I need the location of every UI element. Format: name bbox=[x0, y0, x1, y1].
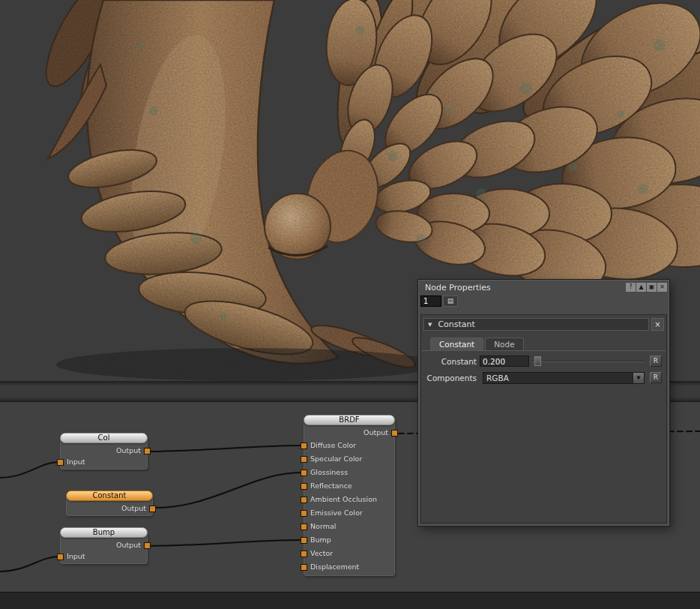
index-input[interactable] bbox=[420, 296, 441, 307]
input-label: Input bbox=[67, 458, 85, 466]
input-port[interactable] bbox=[57, 554, 64, 560]
node-constant-output-row: Output bbox=[67, 502, 152, 514]
constant-value-input[interactable] bbox=[480, 356, 529, 367]
dropdown-arrow-icon[interactable]: ▼ bbox=[633, 373, 644, 383]
panel-title: Node Properties bbox=[425, 283, 625, 292]
node-bump-header[interactable]: Bump bbox=[60, 527, 148, 538]
collapse-up-icon[interactable]: ▲ bbox=[636, 283, 646, 292]
constant-field-row: Constant R bbox=[421, 355, 666, 368]
input-label: Emissive Color bbox=[310, 508, 363, 517]
output-label: Output bbox=[121, 504, 146, 512]
node-brdf-body: Output Diffuse Color Specular Color Glos… bbox=[304, 420, 395, 576]
application-window: Col Output Input Constant Output Bump O bbox=[0, 0, 700, 609]
slider-handle[interactable] bbox=[534, 356, 541, 366]
input-port[interactable] bbox=[57, 459, 64, 466]
brdf-input-row: Reflectance bbox=[304, 479, 394, 493]
output-port[interactable] bbox=[391, 430, 398, 436]
output-port[interactable] bbox=[144, 448, 151, 454]
brdf-input-row: Emissive Color bbox=[304, 506, 394, 520]
output-label: Output bbox=[116, 446, 141, 454]
input-label: Displacement bbox=[310, 562, 359, 571]
node-col-header[interactable]: Col bbox=[60, 433, 148, 443]
components-label: Components bbox=[421, 374, 480, 382]
input-port[interactable] bbox=[301, 564, 307, 571]
output-port[interactable] bbox=[144, 542, 151, 549]
brdf-input-row: Specular Color bbox=[304, 452, 394, 466]
maximize-icon[interactable]: ▣ bbox=[647, 283, 657, 292]
node-constant[interactable]: Constant Output bbox=[66, 490, 153, 516]
brdf-input-row: Bump bbox=[304, 533, 394, 547]
section-titlebar[interactable]: ▼ Constant bbox=[423, 318, 649, 331]
node-col[interactable]: Col Output Input bbox=[60, 433, 148, 470]
input-label: Glossiness bbox=[310, 468, 348, 476]
node-col-output-row: Output bbox=[61, 445, 147, 456]
input-label: Bump bbox=[310, 536, 331, 544]
input-label: Normal bbox=[310, 522, 336, 530]
output-port[interactable] bbox=[149, 506, 156, 512]
brdf-input-row: Displacement bbox=[304, 560, 394, 574]
input-label: Specular Color bbox=[310, 454, 362, 463]
tab-constant[interactable]: Constant bbox=[430, 338, 483, 350]
tab-node[interactable]: Node bbox=[485, 338, 523, 350]
status-bar bbox=[0, 592, 700, 609]
input-port[interactable] bbox=[301, 470, 307, 476]
constant-label: Constant bbox=[421, 357, 480, 366]
panel-index-row: ▤ bbox=[419, 293, 669, 307]
brdf-input-row: Normal bbox=[304, 520, 394, 533]
reset-button[interactable]: R bbox=[650, 356, 662, 367]
input-port[interactable] bbox=[301, 510, 307, 517]
help-icon[interactable]: ? bbox=[626, 283, 636, 292]
node-bump-output-row: Output bbox=[61, 539, 147, 550]
index-options-button[interactable]: ▤ bbox=[443, 296, 458, 307]
brdf-input-row: Vector bbox=[304, 547, 394, 560]
node-brdf[interactable]: BRDF Output Diffuse Color Specular Color… bbox=[304, 415, 395, 576]
panel-content: ▼ Constant × Constant Node Constant R Co… bbox=[420, 314, 667, 524]
node-constant-header[interactable]: Constant bbox=[66, 490, 153, 501]
node-col-input-row: Input bbox=[61, 456, 147, 467]
input-port[interactable] bbox=[301, 456, 307, 463]
section-header: ▼ Constant × bbox=[423, 318, 664, 331]
input-port[interactable] bbox=[301, 496, 307, 503]
input-port[interactable] bbox=[301, 442, 307, 449]
close-icon[interactable]: ✕ bbox=[657, 283, 667, 292]
input-label: Input bbox=[67, 552, 85, 560]
chevron-down-icon[interactable]: ▼ bbox=[428, 322, 432, 328]
input-port[interactable] bbox=[301, 524, 307, 530]
input-port[interactable] bbox=[301, 537, 307, 544]
tab-bar: Constant Node bbox=[421, 338, 666, 351]
input-port[interactable] bbox=[301, 483, 307, 490]
input-label: Vector bbox=[310, 549, 333, 557]
node-bump-input-row: Input bbox=[61, 550, 147, 562]
output-label: Output bbox=[363, 428, 388, 436]
output-label: Output bbox=[116, 541, 141, 549]
reset-button[interactable]: R bbox=[650, 372, 662, 383]
input-label: Ambient Occlusion bbox=[310, 495, 377, 503]
components-field-row: Components RGBA ▼ R bbox=[421, 371, 666, 384]
node-properties-panel: Node Properties ? ▲ ▣ ✕ ▤ ▼ Constant × C… bbox=[418, 280, 669, 526]
brdf-input-row: Glossiness bbox=[304, 466, 394, 479]
slider-track[interactable] bbox=[532, 361, 645, 362]
node-brdf-header[interactable]: BRDF bbox=[304, 415, 395, 425]
input-port[interactable] bbox=[301, 550, 307, 557]
components-value: RGBA bbox=[486, 374, 509, 382]
section-title: Constant bbox=[438, 320, 474, 329]
input-label: Diffuse Color bbox=[310, 441, 356, 449]
components-dropdown[interactable]: RGBA ▼ bbox=[483, 372, 645, 384]
panel-titlebar[interactable]: Node Properties ? ▲ ▣ ✕ bbox=[419, 280, 669, 293]
node-bump[interactable]: Bump Output Input bbox=[60, 527, 148, 564]
brdf-input-row: Diffuse Color bbox=[304, 439, 394, 452]
constant-slider[interactable] bbox=[532, 356, 645, 367]
brdf-input-row: Ambient Occlusion bbox=[304, 493, 394, 506]
input-label: Reflectance bbox=[310, 482, 352, 490]
node-brdf-output-row: Output bbox=[304, 427, 394, 439]
section-close-button[interactable]: × bbox=[651, 318, 664, 331]
